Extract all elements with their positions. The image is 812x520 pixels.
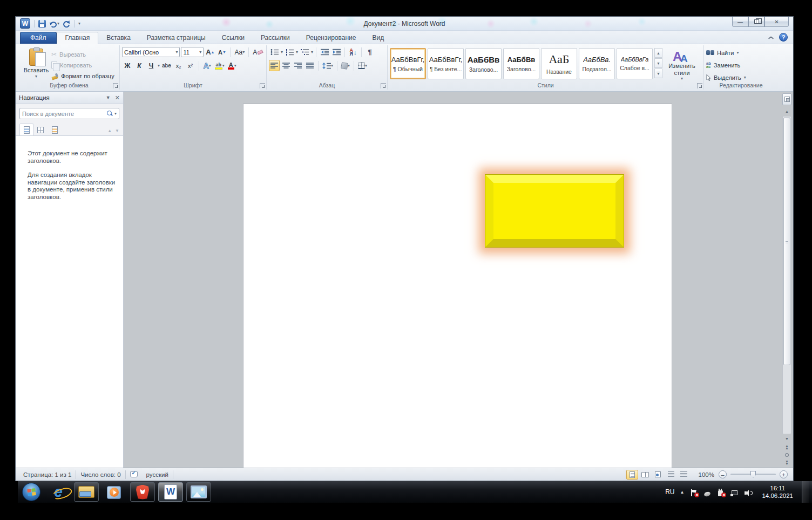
align-left-button[interactable] bbox=[269, 60, 280, 71]
save-button[interactable] bbox=[38, 19, 46, 29]
tab-mailings[interactable]: Рассылки bbox=[253, 32, 298, 44]
find-button[interactable]: Найти ▾ bbox=[706, 47, 776, 58]
shading-button[interactable]: ▾ bbox=[340, 60, 351, 71]
vertical-scrollbar[interactable] bbox=[782, 116, 791, 434]
undo-button[interactable]: ▾ bbox=[49, 19, 59, 29]
draft-view-button[interactable] bbox=[678, 470, 690, 480]
nav-pane-close-icon[interactable]: ✕ bbox=[115, 94, 120, 101]
underline-button[interactable]: Ч bbox=[146, 60, 157, 71]
next-page-button[interactable]: ▼▼ bbox=[782, 459, 791, 467]
subscript-button[interactable]: x₂ bbox=[173, 60, 184, 71]
taskbar-photo-viewer[interactable] bbox=[186, 482, 211, 502]
network-tray-icon[interactable] bbox=[730, 488, 738, 496]
show-marks-button[interactable]: ¶ bbox=[364, 46, 375, 58]
print-layout-view-button[interactable] bbox=[626, 470, 638, 480]
multilevel-dropdown-icon[interactable]: ▾ bbox=[311, 50, 313, 54]
underline-dropdown-icon[interactable]: ▾ bbox=[158, 64, 160, 68]
show-hidden-icons-button[interactable]: ▲ bbox=[680, 490, 685, 495]
font-dialog-launcher-icon[interactable] bbox=[260, 83, 265, 88]
style-card-heading2[interactable]: АаБбВв Заголово... bbox=[503, 48, 539, 79]
bullets-button[interactable] bbox=[269, 46, 280, 58]
document-area[interactable]: ▲ ▼ ▲▲ ▼▼ bbox=[124, 92, 793, 468]
customize-qat-dropdown-icon[interactable]: ▾ bbox=[78, 19, 80, 29]
align-right-button[interactable] bbox=[293, 60, 303, 71]
tab-view[interactable]: Вид bbox=[364, 32, 392, 44]
tray-app-icon[interactable] bbox=[703, 488, 711, 496]
taskbar-file-explorer[interactable] bbox=[74, 482, 99, 502]
web-layout-view-button[interactable] bbox=[652, 470, 664, 480]
help-icon[interactable]: ? bbox=[779, 33, 788, 42]
tab-page-layout[interactable]: Разметка страницы bbox=[139, 32, 214, 44]
outline-view-button[interactable] bbox=[665, 470, 677, 480]
numbering-dropdown-icon[interactable]: ▾ bbox=[296, 50, 298, 54]
nav-tab-results[interactable] bbox=[48, 124, 62, 135]
restore-button[interactable] bbox=[748, 17, 764, 27]
tab-references[interactable]: Ссылки bbox=[214, 32, 253, 44]
start-button[interactable] bbox=[20, 482, 43, 502]
multilevel-list-button[interactable] bbox=[299, 46, 310, 58]
font-color-button[interactable]: А ▾ bbox=[227, 60, 238, 71]
tab-review[interactable]: Рецензирование bbox=[298, 32, 364, 44]
sort-button[interactable]: АЯ ↓ bbox=[348, 46, 358, 58]
strikethrough-button[interactable]: abe bbox=[161, 60, 172, 71]
numbering-button[interactable] bbox=[284, 46, 295, 58]
tab-home[interactable]: Главная bbox=[57, 32, 99, 44]
language-tray-indicator[interactable]: RU bbox=[665, 488, 674, 496]
document-page[interactable] bbox=[243, 104, 672, 468]
style-card-title[interactable]: АаБ Название bbox=[541, 48, 577, 79]
bullets-dropdown-icon[interactable]: ▾ bbox=[281, 50, 283, 54]
show-desktop-button[interactable] bbox=[802, 481, 809, 503]
replace-button[interactable]: abac Заменить bbox=[706, 60, 776, 70]
gallery-up-icon[interactable]: ▲ bbox=[654, 48, 662, 58]
document-search-box[interactable]: ▾ bbox=[19, 108, 119, 119]
cut-button[interactable]: ✂ Вырезать bbox=[51, 50, 114, 59]
page-indicator[interactable]: Страница: 1 из 1 bbox=[19, 471, 76, 478]
align-center-button[interactable] bbox=[281, 60, 292, 71]
next-heading-icon[interactable]: ▼ bbox=[115, 128, 119, 133]
previous-heading-icon[interactable]: ▲ bbox=[107, 128, 112, 133]
previous-page-button[interactable]: ▲▲ bbox=[782, 443, 791, 451]
tab-file[interactable]: Файл bbox=[20, 32, 57, 44]
search-input[interactable] bbox=[22, 111, 105, 117]
zoom-in-button[interactable]: + bbox=[780, 470, 788, 478]
italic-button[interactable]: К bbox=[134, 60, 145, 71]
superscript-button[interactable]: x² bbox=[185, 60, 196, 71]
search-dropdown-icon[interactable]: ▾ bbox=[114, 112, 117, 116]
spellcheck-status[interactable] bbox=[126, 471, 142, 477]
zoom-level[interactable]: 100% bbox=[694, 471, 719, 478]
line-spacing-button[interactable]: ▾ bbox=[321, 60, 334, 71]
gallery-more-icon[interactable]: ▼ bbox=[654, 69, 662, 78]
gallery-down-icon[interactable]: ▼ bbox=[654, 58, 662, 68]
shrink-font-button[interactable]: А▼ bbox=[216, 46, 227, 58]
font-size-combo[interactable]: 11 ▾ bbox=[181, 47, 204, 57]
paste-button[interactable]: Вставить ▾ bbox=[21, 46, 51, 81]
zoom-slider[interactable] bbox=[730, 474, 776, 475]
style-card-heading1[interactable]: АаБбВв Заголово... bbox=[465, 48, 502, 79]
language-indicator[interactable]: русский bbox=[142, 471, 173, 478]
decrease-indent-button[interactable] bbox=[319, 46, 330, 58]
close-button[interactable]: ✕ bbox=[764, 17, 789, 27]
zoom-out-button[interactable]: – bbox=[719, 470, 727, 478]
styles-dialog-launcher-icon[interactable] bbox=[697, 83, 702, 88]
nav-tab-headings[interactable] bbox=[19, 124, 33, 135]
action-center-tray-icon[interactable]: ✕ bbox=[689, 488, 698, 496]
yellow-rectangle-shape[interactable] bbox=[485, 174, 624, 248]
increase-indent-button[interactable] bbox=[331, 46, 342, 58]
volume-tray-icon[interactable] bbox=[743, 488, 753, 496]
redo-button[interactable] bbox=[62, 19, 70, 29]
minimize-button[interactable]: — bbox=[732, 17, 748, 27]
text-effects-button[interactable]: А▾ bbox=[202, 60, 213, 71]
taskbar-clock[interactable]: 16:11 14.06.2021 bbox=[759, 484, 796, 500]
paragraph-dialog-launcher-icon[interactable] bbox=[381, 83, 386, 88]
justify-button[interactable] bbox=[304, 60, 315, 71]
style-card-no-spacing[interactable]: АаБбВвГг, ¶ Без инте... bbox=[428, 48, 464, 79]
font-name-combo[interactable]: Calibri (Осно ▾ bbox=[122, 47, 180, 57]
search-icon[interactable] bbox=[107, 111, 113, 117]
taskbar-brave[interactable] bbox=[130, 482, 155, 502]
borders-button[interactable]: ▾ bbox=[357, 60, 368, 71]
select-button[interactable]: Выделить ▾ bbox=[706, 72, 776, 83]
reading-view-button[interactable] bbox=[639, 470, 651, 480]
clipboard-dialog-launcher-icon[interactable] bbox=[113, 83, 118, 88]
taskbar-word-active[interactable]: W bbox=[158, 482, 183, 502]
clear-formatting-button[interactable]: А bbox=[252, 46, 264, 58]
